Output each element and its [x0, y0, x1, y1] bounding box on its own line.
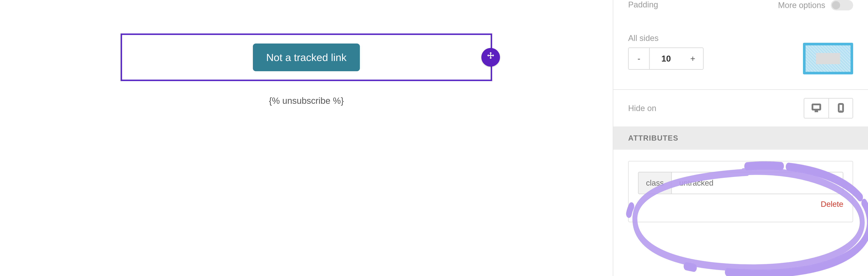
selected-block[interactable]: Not a tracked link	[121, 33, 492, 81]
hide-on-label: Hide on	[628, 104, 656, 113]
toggle-knob	[832, 1, 840, 9]
properties-sidebar: Padding More options All sides - 10 +	[613, 0, 868, 276]
attribute-row: class	[638, 172, 843, 194]
more-options-label: More options	[778, 1, 825, 10]
hide-mobile-button[interactable]	[829, 99, 852, 118]
attribute-card: class Delete	[628, 161, 853, 222]
all-sides-label: All sides	[628, 33, 659, 43]
attributes-section-header: ATTRIBUTES	[613, 127, 868, 150]
padding-label: Padding	[628, 0, 658, 9]
padding-value[interactable]: 10	[649, 48, 683, 69]
padding-increment-button[interactable]: +	[683, 48, 703, 69]
hide-on-buttons	[804, 98, 853, 118]
more-options-toggle[interactable]	[831, 0, 853, 10]
attribute-key-label: class	[639, 172, 672, 194]
padding-preview	[803, 43, 853, 74]
attribute-value-input[interactable]	[672, 172, 843, 194]
desktop-icon	[811, 103, 822, 114]
padding-header-row: Padding More options	[613, 0, 868, 26]
padding-decrement-button[interactable]: -	[629, 48, 649, 69]
move-icon	[486, 51, 496, 63]
padding-stepper: - 10 +	[628, 48, 704, 70]
move-handle[interactable]	[482, 48, 500, 66]
svg-rect-0	[812, 104, 820, 110]
mobile-icon	[836, 103, 846, 114]
hide-desktop-button[interactable]	[804, 99, 829, 118]
editor-canvas: Not a tracked link {% unsubscribe %}	[0, 0, 613, 276]
svg-point-4	[840, 110, 841, 111]
padding-preview-inner	[816, 53, 840, 64]
attribute-delete-button[interactable]: Delete	[638, 200, 843, 209]
cta-button[interactable]: Not a tracked link	[253, 44, 360, 71]
unsubscribe-token: {% unsubscribe %}	[121, 95, 492, 106]
